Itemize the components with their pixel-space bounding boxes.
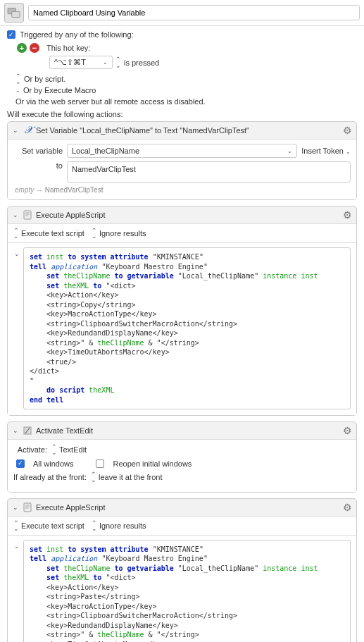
disclosure-icon[interactable]: ⌄: [13, 247, 20, 409]
macro-title-input[interactable]: [28, 5, 360, 20]
webserver-note: Or via the web server but all remote acc…: [15, 97, 364, 106]
text-value-field[interactable]: NamedVarClipTest: [67, 161, 351, 183]
trigger-heading: Triggered by any of the following:: [20, 30, 134, 39]
script-text-2[interactable]: set inst to system attribute "KMINSTANCE…: [23, 540, 351, 642]
script-mode-popup[interactable]: ⌃⌄Execute text script: [13, 520, 84, 531]
insert-token-button[interactable]: Insert Token ⌄: [301, 147, 351, 155]
or-by-script: Or by script.: [24, 75, 65, 83]
svg-rect-2: [24, 211, 31, 219]
enabled-checkbox[interactable]: [7, 30, 15, 39]
variable-icon: 𝒳: [22, 125, 33, 136]
reopen-label: Reopen initial windows: [113, 459, 192, 468]
reopen-checkbox[interactable]: [96, 459, 104, 468]
arrow-icon: →: [36, 186, 43, 194]
all-windows-checkbox[interactable]: [16, 459, 25, 468]
action-title: Execute AppleScript: [36, 211, 340, 219]
app-icon: [22, 425, 33, 436]
script-results-popup[interactable]: ⌃⌄Ignore results: [92, 228, 146, 239]
hotkey-value: ^⌥⇧⌘T: [54, 58, 86, 67]
disclosure-icon[interactable]: ⌄: [13, 540, 20, 642]
chevron-down-icon: ⌄: [287, 148, 292, 154]
script-icon: [22, 502, 33, 513]
variable-name-value: Local_theClipName: [72, 147, 139, 155]
gear-icon[interactable]: ⚙: [343, 209, 352, 221]
script-icon: [22, 209, 33, 221]
svg-rect-4: [24, 503, 31, 512]
activate-label: Activate:: [13, 445, 47, 454]
hotkey-field[interactable]: ^⌥⇧⌘T ⌄: [49, 56, 113, 69]
hotkey-suffix: is pressed: [124, 58, 159, 67]
gear-icon[interactable]: ⚙: [343, 425, 352, 436]
or-by-execute-macro: Or by Execute Macro: [23, 86, 96, 94]
disclosure-icon[interactable]: ⌄: [12, 211, 19, 218]
remove-trigger-button[interactable]: −: [30, 43, 39, 53]
execute-header: Will execute the following actions:: [7, 110, 364, 118]
variable-name-field[interactable]: Local_theClipName ⌄: [67, 144, 297, 158]
disclosure-icon[interactable]: ⌄: [12, 427, 19, 434]
hint-result: NamedVarClipTest: [45, 186, 103, 194]
to-label: to: [13, 161, 63, 170]
action-set-variable[interactable]: ⌄ 𝒳 Set Variable "Local_theClipName" to …: [7, 121, 357, 200]
action-title: Execute AppleScript: [36, 503, 340, 512]
disclosure-icon[interactable]: ⌄: [12, 504, 19, 511]
app-popup[interactable]: ⌃⌄TextEdit: [51, 444, 87, 455]
already-front-popup[interactable]: ⌃⌄leave it at the front: [91, 471, 163, 483]
set-variable-label: Set variable: [13, 147, 63, 155]
macro-icon: [4, 3, 24, 23]
hotkey-label: This hot key:: [46, 44, 90, 52]
already-front-label: If already at the front:: [13, 473, 87, 481]
action-execute-applescript-1[interactable]: ⌄ Execute AppleScript ⚙ ⌃⌄Execute text s…: [7, 206, 357, 416]
gear-icon[interactable]: ⚙: [343, 502, 352, 513]
chevron-down-icon: ⌄: [103, 59, 108, 66]
chevron-down-icon[interactable]: ⌄: [15, 87, 20, 94]
script-results-popup[interactable]: ⌃⌄Ignore results: [92, 520, 146, 531]
stepper-icon[interactable]: ⌃⌄: [15, 73, 20, 85]
action-title: Set Variable "Local_theClipName" to Text…: [36, 126, 340, 135]
disclosure-icon[interactable]: ⌄: [12, 127, 19, 134]
svg-rect-1: [12, 11, 20, 17]
action-execute-applescript-2[interactable]: ⌄ Execute AppleScript ⚙ ⌃⌄Execute text s…: [7, 498, 357, 642]
script-text-1[interactable]: set inst to system attribute "KMINSTANCE…: [23, 247, 351, 409]
action-activate-app[interactable]: ⌄ Activate TextEdit ⚙ Activate: ⌃⌄TextEd…: [7, 421, 357, 492]
script-mode-popup[interactable]: ⌃⌄Execute text script: [13, 228, 84, 239]
stepper-icon[interactable]: ⌃⌄: [115, 56, 120, 68]
hint-empty: empty: [15, 186, 34, 194]
all-windows-label: All windows: [33, 459, 73, 468]
action-title: Activate TextEdit: [36, 426, 340, 435]
gear-icon[interactable]: ⚙: [343, 125, 352, 136]
add-trigger-button[interactable]: +: [17, 43, 27, 53]
